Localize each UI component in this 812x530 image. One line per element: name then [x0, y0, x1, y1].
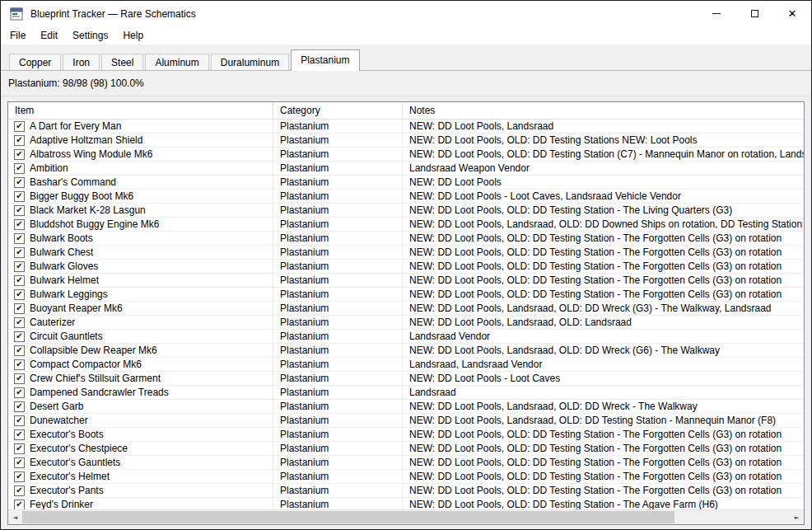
table-row[interactable]: ✔Bulwark LeggingsPlastaniumNEW: DD Loot … — [8, 288, 804, 302]
table-row[interactable]: ✔A Dart for Every ManPlastaniumNEW: DD L… — [8, 120, 804, 134]
notes-cell: NEW: DD Loot Pools, Landsraad, OLD: DD W… — [403, 344, 804, 357]
table-row[interactable]: ✔Circuit GauntletsPlastaniumLandsraad Ve… — [8, 330, 804, 344]
item-name: Buoyant Reaper Mk6 — [30, 303, 123, 314]
item-name: Black Market K-28 Lasgun — [30, 204, 146, 216]
item-name: Dampened Sandcrawler Treads — [30, 387, 169, 398]
row-checkbox[interactable]: ✔ — [14, 219, 25, 230]
table-row[interactable]: ✔Compact Compactor Mk6PlastaniumLandsraa… — [8, 358, 804, 372]
row-checkbox[interactable]: ✔ — [14, 163, 25, 174]
notes-cell: NEW: DD Loot Pools, OLD: DD Testing Stat… — [403, 148, 804, 161]
table-row[interactable]: ✔CauterizerPlastaniumNEW: DD Loot Pools,… — [8, 316, 804, 330]
item-cell: ✔Adaptive Holtzman Shield — [8, 134, 273, 147]
item-name: Bulwark Boots — [30, 232, 93, 244]
scroll-left-icon[interactable]: ◄ — [8, 510, 22, 524]
menu-item-settings[interactable]: Settings — [65, 27, 115, 44]
table-row[interactable]: ✔Buoyant Reaper Mk6PlastaniumNEW: DD Loo… — [8, 302, 804, 316]
table-row[interactable]: ✔Bulwark HelmetPlastaniumNEW: DD Loot Po… — [8, 274, 804, 288]
row-checkbox[interactable]: ✔ — [14, 443, 25, 454]
row-checkbox[interactable]: ✔ — [14, 485, 25, 496]
row-checkbox[interactable]: ✔ — [14, 401, 25, 412]
category-cell: Plastanium — [273, 386, 403, 399]
table-row[interactable]: ✔DunewatcherPlastaniumNEW: DD Loot Pools… — [8, 414, 804, 428]
row-checkbox[interactable]: ✔ — [14, 345, 25, 356]
row-checkbox[interactable]: ✔ — [14, 289, 25, 300]
row-checkbox[interactable]: ✔ — [14, 429, 25, 440]
status-text: Plastanium: 98/98 (98) 100.0% — [8, 77, 144, 89]
row-checkbox[interactable]: ✔ — [14, 233, 25, 244]
tab-steel[interactable]: Steel — [101, 54, 143, 71]
row-checkbox[interactable]: ✔ — [14, 149, 25, 160]
category-cell: Plastanium — [273, 484, 403, 497]
item-cell: ✔Bulwark Leggings — [8, 288, 273, 301]
table-row[interactable]: ✔Feyd's DrinkerPlastaniumNEW: DD Loot Po… — [8, 498, 804, 509]
table-row[interactable]: ✔Desert GarbPlastaniumNEW: DD Loot Pools… — [8, 400, 804, 414]
row-checkbox[interactable]: ✔ — [14, 205, 25, 216]
row-checkbox[interactable]: ✔ — [14, 387, 25, 398]
maximize-button[interactable] — [735, 1, 773, 26]
column-header-notes[interactable]: Notes — [403, 102, 804, 119]
table-row[interactable]: ✔Executor's GauntletsPlastaniumNEW: DD L… — [8, 456, 804, 470]
row-checkbox[interactable]: ✔ — [14, 247, 25, 258]
row-checkbox[interactable]: ✔ — [14, 275, 25, 286]
row-checkbox[interactable]: ✔ — [14, 191, 25, 202]
notes-cell: NEW: DD Loot Pools, OLD: DD Testing Stat… — [403, 274, 804, 287]
row-checkbox[interactable]: ✔ — [14, 457, 25, 468]
column-header-category[interactable]: Category — [273, 102, 403, 119]
row-checkbox[interactable]: ✔ — [14, 135, 25, 146]
tab-duraluminum[interactable]: Duraluminum — [211, 54, 289, 71]
menu-item-help[interactable]: Help — [115, 27, 151, 44]
table-row[interactable]: ✔Crew Chief's Stillsuit GarmentPlastaniu… — [8, 372, 804, 386]
table-row[interactable]: ✔AmbitionPlastaniumLandsraad Weapon Vend… — [8, 162, 804, 176]
schematics-table: Item Category Notes ✔A Dart for Every Ma… — [7, 101, 805, 525]
row-checkbox[interactable]: ✔ — [14, 359, 25, 370]
notes-cell: NEW: DD Loot Pools, OLD: DD Testing Stat… — [403, 498, 804, 509]
scroll-right-icon[interactable]: ► — [790, 510, 804, 524]
checkmark-icon: ✔ — [16, 444, 22, 453]
table-row[interactable]: ✔Executor's ChestpiecePlastaniumNEW: DD … — [8, 442, 804, 456]
row-checkbox[interactable]: ✔ — [14, 331, 25, 342]
table-row[interactable]: ✔Executor's BootsPlastaniumNEW: DD Loot … — [8, 428, 804, 442]
table-row[interactable]: ✔Bigger Buggy Boot Mk6PlastaniumNEW: DD … — [8, 190, 804, 204]
table-row[interactable]: ✔Bulwark BootsPlastaniumNEW: DD Loot Poo… — [8, 232, 804, 246]
menu-item-file[interactable]: File — [2, 27, 33, 44]
row-checkbox[interactable]: ✔ — [14, 317, 25, 328]
item-cell: ✔Executor's Boots — [8, 428, 273, 441]
tab-iron[interactable]: Iron — [63, 54, 100, 71]
table-row[interactable]: ✔Bluddshot Buggy Engine Mk6PlastaniumNEW… — [8, 218, 804, 232]
horizontal-scrollbar[interactable]: ◄ ► — [8, 509, 804, 524]
scrollbar-thumb[interactable] — [22, 511, 674, 523]
notes-cell: NEW: DD Loot Pools, OLD: DD Testing Stat… — [403, 246, 804, 259]
row-checkbox[interactable]: ✔ — [14, 121, 25, 132]
table-row[interactable]: ✔Dampened Sandcrawler TreadsPlastaniumLa… — [8, 386, 804, 400]
row-checkbox[interactable]: ✔ — [14, 261, 25, 272]
close-button[interactable]: ✕ — [773, 1, 811, 26]
minimize-button[interactable] — [698, 1, 735, 26]
table-row[interactable]: ✔Bashar's CommandPlastaniumNEW: DD Loot … — [8, 176, 804, 190]
table-row[interactable]: ✔Albatross Wing Module Mk6PlastaniumNEW:… — [8, 148, 804, 162]
checkmark-icon: ✔ — [16, 206, 22, 214]
menu-item-edit[interactable]: Edit — [33, 27, 65, 44]
table-header: Item Category Notes — [8, 102, 804, 120]
table-row[interactable]: ✔Adaptive Holtzman ShieldPlastaniumNEW: … — [8, 134, 804, 148]
tab-aluminum[interactable]: Aluminum — [145, 54, 208, 71]
row-checkbox[interactable]: ✔ — [14, 500, 25, 510]
row-checkbox[interactable]: ✔ — [14, 415, 25, 426]
row-checkbox[interactable]: ✔ — [14, 177, 25, 188]
item-cell: ✔Circuit Gauntlets — [8, 330, 273, 343]
column-header-item[interactable]: Item — [8, 102, 273, 119]
tab-copper[interactable]: Copper — [9, 54, 61, 71]
row-checkbox[interactable]: ✔ — [14, 303, 25, 314]
scrollbar-track[interactable] — [22, 510, 790, 524]
item-cell: ✔Bulwark Chest — [8, 246, 273, 259]
table-row[interactable]: ✔Bulwark ChestPlastaniumNEW: DD Loot Poo… — [8, 246, 804, 260]
table-row[interactable]: ✔Executor's HelmetPlastaniumNEW: DD Loot… — [8, 470, 804, 484]
tab-plastanium[interactable]: Plastanium — [291, 49, 359, 71]
row-checkbox[interactable]: ✔ — [14, 471, 25, 482]
checkmark-icon: ✔ — [16, 360, 22, 368]
item-name: Executor's Helmet — [30, 471, 110, 482]
table-row[interactable]: ✔Executor's PantsPlastaniumNEW: DD Loot … — [8, 484, 804, 498]
table-row[interactable]: ✔Bulwark GlovesPlastaniumNEW: DD Loot Po… — [8, 260, 804, 274]
table-row[interactable]: ✔Black Market K-28 LasgunPlastaniumNEW: … — [8, 204, 804, 218]
row-checkbox[interactable]: ✔ — [14, 373, 25, 384]
table-row[interactable]: ✔Collapsible Dew Reaper Mk6PlastaniumNEW… — [8, 344, 804, 358]
